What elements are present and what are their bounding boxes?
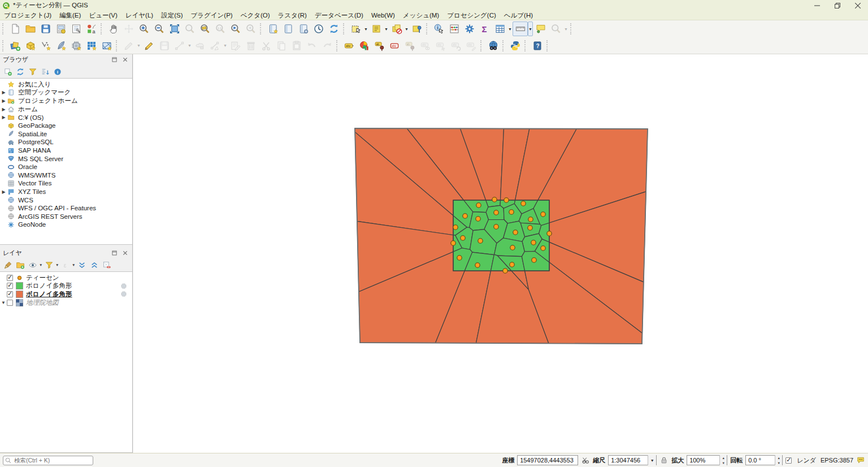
- layer-expand-arrow-icon[interactable]: ▼: [0, 300, 7, 305]
- pin-labels-button[interactable]: ab: [372, 38, 387, 53]
- browser-item-favorites[interactable]: お気に入り: [0, 80, 132, 89]
- zoom-last-button[interactable]: [228, 21, 243, 36]
- toolbar-handle[interactable]: [101, 23, 103, 34]
- new-geopackage-layer-button[interactable]: [23, 38, 38, 53]
- collapse-all-button[interactable]: [88, 259, 101, 271]
- select-by-location-button[interactable]: [409, 21, 424, 36]
- zoom-full-button[interactable]: [167, 21, 182, 36]
- memory-layer-indicator-icon[interactable]: [120, 283, 128, 289]
- rotation-input[interactable]: [746, 456, 775, 465]
- browser-item-ms-sql-server[interactable]: MS SQL Server: [0, 154, 132, 163]
- scale-input[interactable]: [609, 456, 648, 465]
- browser-item-vector-tiles[interactable]: Vector Tiles: [0, 179, 132, 188]
- browser-item-home[interactable]: ▶ホーム: [0, 105, 132, 114]
- browser-close-button[interactable]: [121, 55, 129, 64]
- toolbar-handle[interactable]: [260, 23, 263, 34]
- expand-all-button[interactable]: [76, 259, 88, 271]
- menu-edit[interactable]: 編集(E): [55, 11, 85, 20]
- menu-web[interactable]: Web(W): [367, 11, 399, 20]
- toolbar-handle[interactable]: [524, 40, 527, 51]
- menu-view[interactable]: ビュー(V): [85, 11, 121, 20]
- layer-diagram-button[interactable]: [357, 38, 372, 53]
- measure-dropdown-arrow[interactable]: ▼: [528, 21, 533, 36]
- temporal-controller-button[interactable]: [311, 21, 326, 36]
- menu-help[interactable]: ヘルプ(H): [500, 11, 537, 20]
- filter-browser-button[interactable]: [27, 66, 39, 77]
- browser-item-postgresql[interactable]: PostgreSQL: [0, 138, 132, 146]
- memory-layer-indicator-icon[interactable]: [120, 291, 128, 297]
- toolbar-handle[interactable]: [502, 40, 505, 51]
- new-virtual-layer-button[interactable]: [84, 38, 99, 53]
- new-spatial-bookmark-button[interactable]: [265, 21, 280, 36]
- zoom-in-button[interactable]: [136, 21, 151, 36]
- bookmark-manager-button[interactable]: [296, 21, 311, 36]
- render-toggle[interactable]: レンダ: [785, 456, 816, 465]
- add-selected-layers-button[interactable]: [2, 66, 14, 77]
- toolbar-handle[interactable]: [2, 40, 5, 51]
- extent-toggle-icon[interactable]: [581, 456, 590, 465]
- menu-settings[interactable]: 設定(S): [157, 11, 186, 20]
- layer-visibility-checkbox[interactable]: [7, 300, 13, 306]
- layer-item-thiessen-points[interactable]: ティーセン: [0, 274, 132, 282]
- toolbar-handle[interactable]: [426, 23, 429, 34]
- layers-close-button[interactable]: [121, 249, 129, 257]
- browser-item-arcgis-rest[interactable]: ArcGIS REST Servers: [0, 213, 132, 221]
- filter-legend-button[interactable]: [43, 259, 55, 271]
- open-attribute-table-dropdown-arrow[interactable]: ▼: [507, 21, 513, 36]
- map-tips-button[interactable]: [533, 21, 548, 36]
- filter-legend-dropdown-arrow[interactable]: ▼: [55, 263, 59, 267]
- select-features-button[interactable]: [348, 21, 363, 36]
- layer-item-voronoi-polygons-orange[interactable]: ボロノイ多角形: [0, 290, 132, 299]
- menu-mesh[interactable]: メッシュ(M): [399, 11, 443, 20]
- toolbar-handle[interactable]: [480, 40, 483, 51]
- expand-arrow-icon[interactable]: ▶: [0, 90, 7, 95]
- layer-visibility-checkbox[interactable]: [7, 275, 13, 281]
- toolbar-handle[interactable]: [343, 23, 346, 34]
- toolbar-handle[interactable]: [570, 23, 573, 34]
- add-group-button[interactable]: [14, 259, 27, 271]
- browser-item-xyz-tiles[interactable]: ▶XYZ Tiles: [0, 188, 132, 196]
- scale-dropdown-arrow[interactable]: ▼: [648, 455, 656, 465]
- menu-vector[interactable]: ベクタ(O): [237, 11, 274, 20]
- layer-visibility-checkbox[interactable]: [7, 283, 13, 289]
- show-spatial-bookmarks-button[interactable]: [280, 21, 296, 36]
- layer-item-gsi-map[interactable]: ▼地理院地図: [0, 299, 132, 307]
- messages-icon[interactable]: [856, 456, 865, 465]
- collapse-all-browser-button[interactable]: [39, 66, 51, 77]
- restore-button[interactable]: [827, 0, 848, 11]
- processing-toolbox-button[interactable]: [462, 21, 477, 36]
- help-contents-button[interactable]: ?: [530, 38, 545, 53]
- expand-arrow-icon[interactable]: ▶: [0, 98, 7, 103]
- map-canvas[interactable]: [133, 54, 868, 453]
- layout-manager-button[interactable]: [68, 21, 84, 36]
- browser-item-wfs-ogc-api[interactable]: WFS / OGC API - Features: [0, 204, 132, 213]
- new-print-layout-button[interactable]: [53, 21, 68, 36]
- expand-arrow-icon[interactable]: ▶: [0, 107, 7, 112]
- render-checkbox[interactable]: [785, 457, 792, 464]
- deselect-features-button[interactable]: [389, 21, 404, 36]
- manage-map-themes-button[interactable]: [27, 259, 39, 271]
- close-button[interactable]: [848, 0, 868, 11]
- metasearch-button[interactable]: [485, 38, 501, 53]
- select-by-form-button[interactable]: [368, 21, 384, 36]
- toolbar-handle[interactable]: [2, 23, 5, 34]
- browser-float-button[interactable]: [110, 55, 119, 64]
- save-project-button[interactable]: [38, 21, 53, 36]
- crs-status[interactable]: EPSG:3857: [819, 457, 853, 464]
- menu-plugins[interactable]: プラグイン(P): [186, 11, 236, 20]
- browser-item-geonode[interactable]: GeoNode: [0, 220, 132, 229]
- zoom-out-button[interactable]: [151, 21, 167, 36]
- statistics-abacus-button[interactable]: [446, 21, 462, 36]
- new-spatialite-layer-button[interactable]: [53, 38, 68, 53]
- highlight-labels-button[interactable]: abc: [387, 38, 402, 53]
- lock-scale-icon[interactable]: [659, 456, 669, 465]
- layer-visibility-checkbox[interactable]: [7, 291, 13, 297]
- style-manager-button[interactable]: a: [84, 21, 99, 36]
- new-shapefile-layer-button[interactable]: [38, 38, 53, 53]
- browser-item-c-drive[interactable]: ▶C:¥ (OS): [0, 113, 132, 122]
- toggle-editing-button[interactable]: [141, 38, 157, 53]
- data-source-manager-button[interactable]: [7, 38, 23, 53]
- layers-float-button[interactable]: [110, 249, 119, 257]
- deselect-features-dropdown-arrow[interactable]: ▼: [404, 21, 409, 36]
- menu-project[interactable]: プロジェクト(J): [0, 11, 55, 20]
